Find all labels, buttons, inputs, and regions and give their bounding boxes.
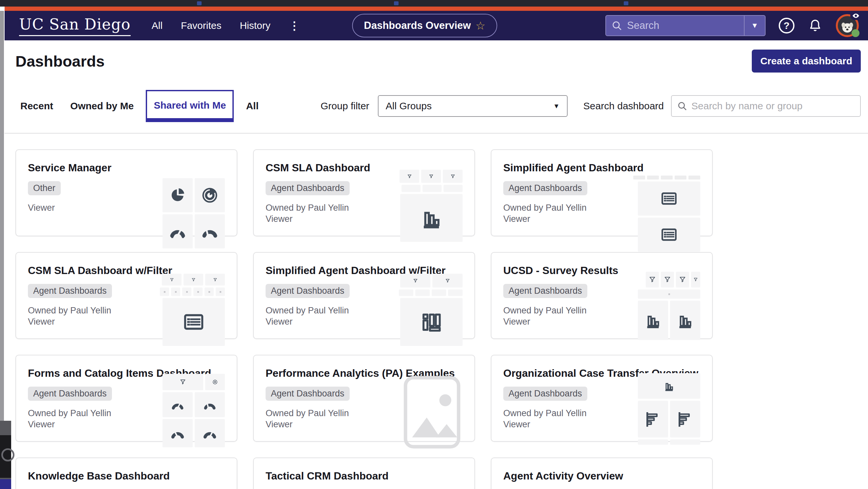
card-performance-analytics-pa-examples[interactable]: Performance Analytics (PA) Examples Agen… (253, 355, 475, 442)
search-scope-dropdown[interactable]: ▼ (745, 21, 765, 30)
dashboards-toolbar: Recent Owned by Me Shared with Me All Gr… (16, 90, 861, 122)
preview-tile (638, 401, 668, 437)
dashboard-preview (162, 374, 225, 447)
preview-tile (195, 178, 225, 212)
preview-dot (220, 291, 221, 293)
page-title: Dashboards (16, 52, 105, 70)
preview-tile (400, 274, 430, 288)
preview-tile (160, 288, 169, 296)
preview-tile (670, 401, 700, 437)
group-filter-label: Group filter (320, 100, 369, 111)
preview-dot (669, 293, 670, 295)
preview-tile (162, 419, 193, 447)
notifications-bell-icon[interactable] (808, 18, 823, 33)
preview-tile (443, 185, 463, 192)
dashboard-tabs: Recent Owned by Me Shared with Me All (16, 90, 271, 122)
filter-funnel-icon (649, 276, 656, 283)
preview-tile (423, 185, 441, 192)
filter-funnel-icon (679, 276, 686, 283)
bar-chart-icon (644, 311, 662, 329)
filter-funnel-icon (693, 277, 698, 282)
card-simplified-agent-dashboard[interactable]: Simplified Agent Dashboard Agent Dashboa… (491, 149, 713, 236)
dashboard-group-badge: Agent Dashboards (28, 387, 112, 401)
preview-tile (400, 194, 463, 242)
dashboards-overview-pill[interactable]: Dashboards Overview ☆ (352, 14, 497, 37)
dashboard-preview (638, 272, 700, 340)
preview-tile (205, 288, 214, 296)
search-icon (611, 20, 622, 31)
preview-tile (646, 272, 659, 288)
chevron-down-icon: ▼ (553, 102, 560, 110)
overflow-menu-icon[interactable]: ⋮ (289, 19, 300, 32)
dashboard-group-badge: Agent Dashboards (503, 284, 587, 298)
help-button[interactable]: ? (779, 18, 795, 33)
preview-tile (638, 373, 700, 399)
card-ucsd-survey-results[interactable]: UCSD - Survey Results Agent Dashboards O… (491, 252, 713, 339)
filter-funnel-icon (170, 278, 174, 282)
filter-funnel-icon (664, 276, 671, 283)
nav-item-favorites[interactable]: Favorites (181, 20, 221, 31)
card-csm-sla-dashboard[interactable]: CSM SLA Dashboard Agent Dashboards Owned… (253, 149, 475, 236)
preview-strip (647, 175, 659, 180)
horizontal-bar-chart-icon (677, 411, 694, 428)
dashboard-preview (162, 178, 225, 249)
card-forms-and-catalog-items-dashboard[interactable]: Forms and Catalog Items Dashboard Agent … (16, 355, 237, 442)
favorite-star-icon[interactable]: ☆ (475, 19, 485, 32)
horizontal-bar-chart-icon (645, 411, 661, 428)
nav-item-all[interactable]: All (152, 20, 162, 31)
dashboard-card-title: Simplified Agent Dashboard (503, 162, 700, 174)
screen-edge-artifact (0, 421, 11, 489)
preview-strip (661, 175, 673, 180)
presence-indicator (851, 29, 860, 37)
card-csm-sla-dashboard-w-filter[interactable]: CSM SLA Dashboard w/Filter Agent Dashboa… (16, 252, 237, 339)
card-service-manager[interactable]: Service Manager Other Viewer (16, 149, 237, 236)
preview-tile (661, 272, 674, 288)
preview-strip (675, 175, 686, 180)
preview-tile (162, 178, 193, 212)
card-knowledge-base-dashboard[interactable]: Knowledge Base Dashboard Agent Dashboard… (16, 457, 237, 489)
create-dashboard-button[interactable]: Create a dashboard (752, 50, 861, 72)
preview-tile (399, 290, 413, 296)
card-organizational-case-transfer-overview[interactable]: Organizational Case Transfer Overview Ag… (491, 355, 713, 442)
dashboard-preview (160, 274, 225, 346)
preview-tile (638, 301, 668, 340)
card-tactical-crm-dashboard[interactable]: Tactical CRM Dashboard Agent Dashboards (253, 457, 475, 489)
tab-shared-with-me[interactable]: Shared with Me (146, 90, 234, 122)
dashboard-preview (402, 373, 463, 451)
preview-tile (216, 288, 225, 296)
preview-tile (162, 298, 225, 346)
tab-recent[interactable]: Recent (16, 100, 58, 111)
group-filter-select[interactable]: All Groups ▼ (378, 95, 568, 117)
dashboard-group-badge: Agent Dashboards (266, 387, 350, 401)
card-agent-activity-overview[interactable]: Agent Activity Overview Agent Dashboards (491, 457, 713, 489)
dashboard-search-input[interactable] (691, 100, 855, 111)
header-right-controls: ▼ ? (606, 14, 859, 37)
dashboard-card-title: Agent Activity Overview (503, 470, 700, 482)
gauge-icon (201, 223, 219, 240)
card-simplified-agent-dashboard-w-filter[interactable]: Simplified Agent Dashboard w/Filter Agen… (253, 252, 475, 339)
ucsd-logo[interactable]: UC San Diego (19, 15, 131, 36)
preview-tile (443, 170, 463, 183)
tab-all[interactable]: All (241, 100, 263, 111)
preview-tile (691, 272, 700, 288)
filter-funnel-icon (191, 278, 196, 282)
preview-tile (400, 298, 463, 346)
global-header: UC San Diego All Favorites History ⋮ Das… (5, 11, 868, 40)
user-avatar[interactable] (836, 14, 859, 37)
dashboard-group-badge: Agent Dashboards (28, 284, 112, 298)
list-icon (660, 190, 678, 207)
image-placeholder-icon (402, 373, 463, 451)
tab-owned-by-me[interactable]: Owned by Me (65, 100, 138, 111)
browser-icon-fragment (197, 1, 202, 5)
brand-accent-line (5, 6, 868, 11)
preview-tile (638, 218, 700, 252)
global-search-input[interactable] (627, 20, 744, 32)
preview-tile (638, 290, 700, 299)
preview-tile (670, 439, 700, 445)
screen-edge-artifact (0, 11, 4, 489)
nav-item-history[interactable]: History (240, 20, 270, 31)
dashboard-search-box (671, 95, 861, 117)
dashboard-group-badge: Agent Dashboards (266, 284, 350, 298)
search-icon (677, 101, 687, 111)
bar-chart-icon (419, 206, 443, 230)
